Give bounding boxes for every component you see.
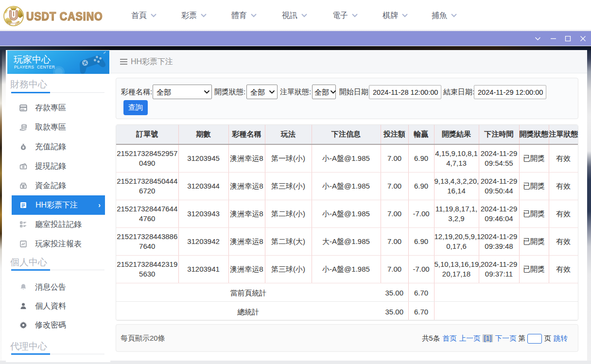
svg-text:CASINO: CASINO [8,22,19,25]
